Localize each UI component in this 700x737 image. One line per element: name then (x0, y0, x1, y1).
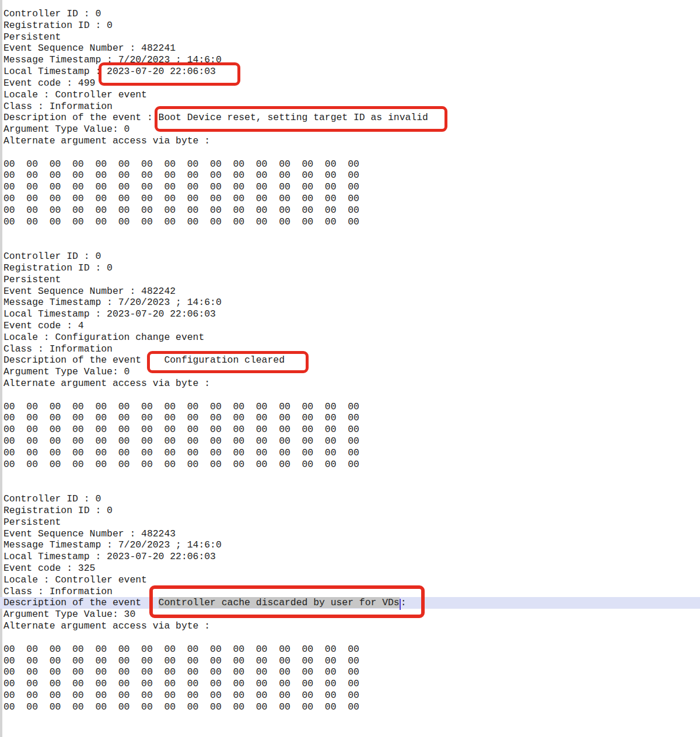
log-line: 00 00 00 00 00 00 00 00 00 00 00 00 00 0… (0, 459, 700, 471)
log-line: Description of the event : Boot Device r… (0, 112, 700, 124)
log-line: 00 00 00 00 00 00 00 00 00 00 00 00 00 0… (0, 701, 700, 713)
log-line (0, 632, 700, 644)
log-line-current: Description of the event Controller cach… (0, 597, 700, 609)
log-line: Message Timestamp : 7/20/2023 ; 14:6:0 (0, 297, 700, 308)
log-line: Registration ID : 0 (0, 505, 700, 517)
log-line-text: : (401, 597, 407, 608)
log-line: 00 00 00 00 00 00 00 00 00 00 00 00 00 0… (0, 181, 700, 193)
log-line: Locale : Configuration change event (0, 332, 700, 343)
log-line: 00 00 00 00 00 00 00 00 00 00 00 00 00 0… (0, 401, 700, 413)
log-line: 00 00 00 00 00 00 00 00 00 00 00 00 00 0… (0, 424, 700, 436)
log-line (0, 239, 700, 251)
log-line: 00 00 00 00 00 00 00 00 00 00 00 00 00 0… (0, 193, 700, 205)
log-line: Alternate argument access via byte : (0, 620, 700, 632)
log-line: Argument Type Value: 0 (0, 366, 700, 378)
log-line: Controller ID : 0 (0, 493, 700, 505)
log-line: 00 00 00 00 00 00 00 00 00 00 00 00 00 0… (0, 655, 700, 667)
log-line: Message Timestamp : 7/20/2023 ; 14:6:0 (0, 539, 700, 551)
log-line: Description of the event Configuration c… (0, 355, 700, 366)
log-line: Local Timestamp : 2023-07-20 22:06:03 (0, 551, 700, 563)
log-line: 00 00 00 00 00 00 00 00 00 00 00 00 00 0… (0, 447, 700, 459)
log-line: 00 00 00 00 00 00 00 00 00 00 00 00 00 0… (0, 205, 700, 216)
log-line (0, 471, 700, 482)
log-line (0, 227, 700, 239)
log-line: Argument Type Value: 0 (0, 124, 700, 135)
log-line: Persistent (0, 517, 700, 528)
log-line: Event Sequence Number : 482243 (0, 528, 700, 540)
log-line: Class : Information (0, 343, 700, 355)
log-line: Controller ID : 0 (0, 8, 700, 20)
log-line: 00 00 00 00 00 00 00 00 00 00 00 00 00 0… (0, 170, 700, 181)
log-line: 00 00 00 00 00 00 00 00 00 00 00 00 00 0… (0, 666, 700, 678)
log-line: Registration ID : 0 (0, 20, 700, 31)
log-line (0, 482, 700, 493)
log-line: Event code : 325 (0, 563, 700, 574)
log-line (0, 389, 700, 401)
log-line: 00 00 00 00 00 00 00 00 00 00 00 00 00 0… (0, 690, 700, 701)
log-line-text: Description of the event (4, 597, 159, 608)
log-line: Class : Information (0, 586, 700, 598)
selected-text: Controller cache discarded by user for V… (159, 597, 400, 608)
log-line: 00 00 00 00 00 00 00 00 00 00 00 00 00 0… (0, 159, 700, 170)
log-line: Locale : Controller event (0, 89, 700, 101)
log-line: Persistent (0, 31, 700, 43)
log-line: Locale : Controller event (0, 574, 700, 586)
log-line: Event Sequence Number : 482242 (0, 286, 700, 297)
log-line: Event code : 499 (0, 78, 700, 89)
log-line: Alternate argument access via byte : (0, 135, 700, 147)
log-line: 00 00 00 00 00 00 00 00 00 00 00 00 00 0… (0, 678, 700, 690)
log-line: Argument Type Value: 30 (0, 609, 700, 620)
log-line: Registration ID : 0 (0, 262, 700, 274)
log-line (0, 147, 700, 159)
log-line: 00 00 00 00 00 00 00 00 00 00 00 00 00 0… (0, 412, 700, 424)
log-viewer[interactable]: Controller ID : 0Registration ID : 0Pers… (0, 8, 700, 713)
log-line: Local Timestamp : 2023-07-20 22:06:03 (0, 308, 700, 320)
log-line: 00 00 00 00 00 00 00 00 00 00 00 00 00 0… (0, 436, 700, 447)
log-line: Persistent (0, 274, 700, 286)
log-line: Event Sequence Number : 482241 (0, 43, 700, 54)
log-line: Event code : 4 (0, 320, 700, 332)
log-line: 00 00 00 00 00 00 00 00 00 00 00 00 00 0… (0, 216, 700, 228)
log-line: Local Timestamp : 2023-07-20 22:06:03 (0, 66, 700, 78)
log-line: 00 00 00 00 00 00 00 00 00 00 00 00 00 0… (0, 644, 700, 655)
log-line: Controller ID : 0 (0, 251, 700, 262)
log-line: Message Timestamp : 7/20/2023 ; 14:6:0 (0, 54, 700, 66)
log-line: Alternate argument access via byte : (0, 378, 700, 389)
log-line: Class : Information (0, 101, 700, 113)
